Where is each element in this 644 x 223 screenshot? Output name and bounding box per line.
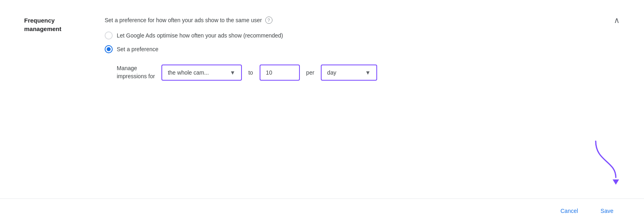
svg-marker-0 (613, 179, 619, 185)
impressions-label: Manage impressions for (117, 65, 155, 80)
radio-circle-preference (105, 45, 113, 53)
section-title: Frequency management (24, 16, 97, 33)
period-dropdown[interactable]: day ▼ (321, 65, 377, 81)
impressions-row: Manage impressions for the whole cam... … (117, 65, 620, 81)
main-content: Frequency management Set a preference fo… (0, 0, 644, 89)
header-row: Set a preference for how often your ads … (105, 16, 620, 24)
radio-label-google: Let Google Ads optimise how often your a… (117, 32, 283, 39)
radio-circle-google (105, 31, 113, 40)
left-panel: Frequency management (24, 16, 105, 81)
footer-bar: Cancel Save (0, 198, 644, 223)
campaign-scope-arrow-icon: ▼ (230, 69, 235, 76)
arrow-decoration (588, 137, 620, 187)
radio-option-google[interactable]: Let Google Ads optimise how often your a… (105, 31, 620, 40)
description-text: Set a preference for how often your ads … (105, 17, 262, 23)
campaign-scope-dropdown[interactable]: the whole cam... ▼ (161, 65, 242, 81)
save-button[interactable]: Save (594, 204, 620, 217)
radio-group: Let Google Ads optimise how often your a… (105, 31, 620, 53)
page-container: Frequency management Set a preference fo… (0, 0, 644, 223)
campaign-scope-value: the whole cam... (168, 69, 209, 76)
period-arrow-icon: ▼ (365, 69, 371, 76)
to-connector: to (248, 69, 253, 76)
help-icon[interactable]: ? (265, 17, 272, 24)
collapse-button[interactable]: ∧ (614, 16, 620, 24)
period-value: day (327, 69, 336, 76)
impressions-number-input[interactable] (260, 65, 300, 81)
cancel-button[interactable]: Cancel (554, 204, 584, 217)
radio-label-preference: Set a preference (117, 46, 159, 52)
right-panel: Set a preference for how often your ads … (105, 16, 620, 81)
per-connector: per (306, 69, 314, 76)
header-description: Set a preference for how often your ads … (105, 17, 272, 24)
radio-option-preference[interactable]: Set a preference (105, 45, 620, 53)
